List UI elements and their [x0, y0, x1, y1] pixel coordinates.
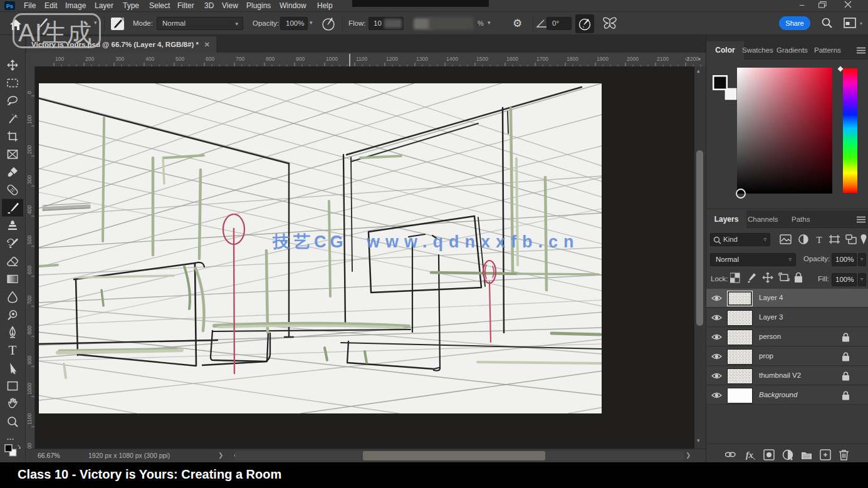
svg-text:T: T: [9, 343, 17, 358]
svg-text:500: 500: [26, 236, 33, 244]
svg-text:1600: 1600: [506, 56, 518, 62]
svg-text:300: 300: [115, 56, 124, 62]
svg-text:400: 400: [26, 205, 33, 214]
svg-text:1300: 1300: [416, 56, 428, 62]
svg-text:800: 800: [266, 56, 275, 62]
svg-text:200: 200: [26, 145, 33, 154]
svg-text:500: 500: [175, 56, 184, 62]
svg-text:400: 400: [145, 56, 154, 62]
svg-text:200: 200: [85, 56, 94, 62]
svg-text:2100: 2100: [657, 56, 669, 62]
svg-text:1400: 1400: [446, 56, 458, 62]
svg-text:1100: 1100: [26, 413, 33, 425]
svg-text:1900: 1900: [597, 56, 609, 62]
svg-text:900: 900: [26, 356, 33, 365]
svg-text:1700: 1700: [536, 56, 548, 62]
svg-text:2000: 2000: [627, 56, 639, 62]
svg-text:T: T: [816, 235, 822, 245]
svg-text:800: 800: [26, 326, 33, 335]
svg-text:100: 100: [26, 115, 33, 124]
svg-text:0: 0: [26, 91, 33, 94]
svg-text:1000: 1000: [26, 383, 33, 395]
svg-text:900: 900: [296, 56, 305, 62]
svg-text:Ps: Ps: [6, 3, 13, 9]
svg-text:1100: 1100: [356, 56, 368, 62]
svg-text:1200: 1200: [26, 443, 33, 449]
svg-text:100: 100: [55, 56, 64, 62]
svg-text:1500: 1500: [476, 56, 488, 62]
svg-text:700: 700: [26, 296, 33, 304]
svg-text:600: 600: [26, 266, 33, 274]
svg-text:700: 700: [236, 56, 244, 62]
svg-text:1000: 1000: [326, 56, 338, 62]
svg-text:600: 600: [206, 56, 214, 62]
svg-text:1200: 1200: [386, 56, 398, 62]
svg-text:www.qdnxxfb.cn: www.qdnxxfb.cn: [366, 232, 580, 251]
svg-text:技艺CG: 技艺CG: [272, 232, 347, 251]
svg-text:1800: 1800: [567, 56, 578, 62]
svg-text:fx: fx: [746, 450, 753, 460]
svg-text:300: 300: [26, 175, 33, 184]
